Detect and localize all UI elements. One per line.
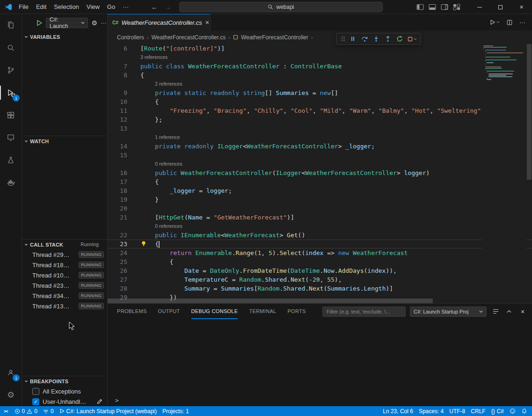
- projects-status[interactable]: Projects: 1: [160, 406, 192, 416]
- checkbox-unchecked[interactable]: [32, 388, 39, 395]
- call-stack-thread[interactable]: Thread #18…RUNNING: [22, 260, 107, 270]
- code-editor[interactable]: 6[Route("[controller]")]3 references7pub…: [108, 44, 532, 303]
- vertical-scrollbar-thumb[interactable]: [527, 44, 532, 180]
- step-over-button[interactable]: [360, 34, 369, 44]
- toggle-secondary-sidebar-icon[interactable]: [441, 4, 448, 10]
- call-stack-thread[interactable]: Thread #10…RUNNING: [22, 270, 107, 280]
- call-stack-thread[interactable]: Thread #34…RUNNING: [22, 291, 107, 301]
- launch-configuration-dropdown[interactable]: C#: Launch: [46, 18, 88, 28]
- code-line-6[interactable]: 6[Route("[controller]")]: [108, 44, 532, 53]
- edit-pencil-icon[interactable]: [97, 399, 102, 404]
- console-filter-input[interactable]: [322, 307, 406, 317]
- code-line-12[interactable]: 12 };: [108, 115, 532, 124]
- command-center-search[interactable]: webapi: [179, 2, 383, 12]
- code-line-13[interactable]: 13: [108, 124, 532, 133]
- notifications-bell-icon[interactable]: [518, 406, 530, 416]
- breadcrumb-class[interactable]: WeatherForecastController: [241, 34, 308, 41]
- call-stack-section-header[interactable]: CALL STACK Running: [22, 239, 107, 249]
- debug-views-more-icon[interactable]: ···: [101, 20, 106, 26]
- watch-section-header[interactable]: WATCH: [22, 136, 107, 146]
- close-button[interactable]: ×: [511, 0, 532, 14]
- language-mode-status[interactable]: {} C#: [488, 406, 507, 416]
- problems-status[interactable]: 0 0: [12, 406, 40, 416]
- codelens-references[interactable]: 0 references: [108, 160, 532, 168]
- tab-weatherforecastcontroller[interactable]: C# WeatherForecastController.cs ×: [108, 14, 211, 30]
- cursor-position-status[interactable]: Ln 23, Col 6: [380, 406, 416, 416]
- configure-gear-icon[interactable]: ⚙: [91, 20, 97, 26]
- feedback-smiley-icon[interactable]: [507, 406, 518, 416]
- code-line-21[interactable]: 21 [HttpGet(Name = "GetWeatherForecast")…: [108, 213, 532, 222]
- panel-tab-debug-console[interactable]: DEBUG CONSOLE: [191, 304, 238, 319]
- breakpoint-row[interactable]: ✓User-Unhandl…: [22, 396, 107, 407]
- menu-selection[interactable]: Selection: [50, 0, 82, 14]
- code-line-26[interactable]: 26 Date = DateOnly.FromDateTime(DateTime…: [108, 266, 532, 275]
- minimap[interactable]: [482, 44, 526, 299]
- menu-file[interactable]: File: [15, 0, 32, 14]
- codelens-references[interactable]: 2 references: [108, 80, 532, 88]
- variables-section-header[interactable]: VARIABLES: [22, 32, 107, 42]
- start-debugging-button[interactable]: [36, 20, 43, 26]
- sidebar-item-run-and-debug[interactable]: 1: [0, 81, 22, 104]
- breadcrumb-folder[interactable]: Controllers: [117, 34, 144, 41]
- breakpoint-row[interactable]: All Exceptions: [22, 386, 107, 396]
- code-line-24[interactable]: 24 return Enumerable.Range(1, 5).Select(…: [108, 248, 532, 257]
- call-stack-thread[interactable]: Thread #29…RUNNING: [22, 249, 107, 260]
- stop-button[interactable]: [407, 34, 417, 44]
- toggle-panel-icon[interactable]: [429, 4, 436, 10]
- code-line-11[interactable]: 11 "Freezing", "Bracing", "Chilly", "Coo…: [108, 106, 532, 115]
- menu-go[interactable]: Go: [103, 0, 119, 14]
- sidebar-item-remote-explorer[interactable]: [0, 126, 22, 149]
- code-line-23[interactable]: 23 {: [108, 240, 532, 248]
- encoding-status[interactable]: UTF-8: [446, 406, 468, 416]
- code-line-9[interactable]: 9 private static readonly string[] Summa…: [108, 88, 532, 97]
- eol-status[interactable]: CRLF: [468, 406, 488, 416]
- editor-more-actions-icon[interactable]: ···: [519, 19, 525, 26]
- code-line-18[interactable]: 18 _logger = logger;: [108, 186, 532, 195]
- toolbar-drag-handle[interactable]: [340, 34, 345, 44]
- call-stack-thread[interactable]: Thread #13…RUNNING: [22, 301, 107, 311]
- more-menu-icon[interactable]: ···: [119, 0, 132, 14]
- step-into-button[interactable]: [372, 34, 380, 44]
- code-line-15[interactable]: 15: [108, 151, 532, 160]
- breadcrumb-file[interactable]: WeatherForecastController.cs: [152, 34, 226, 41]
- debug-session-dropdown[interactable]: C#: Launch Startup Proj: [410, 307, 487, 317]
- back-icon[interactable]: ←: [151, 3, 158, 11]
- sidebar-item-docker[interactable]: [0, 171, 22, 194]
- remote-indicator[interactable]: ><: [0, 406, 12, 416]
- code-line-22[interactable]: 22 public IEnumerable<WeatherForecast> G…: [108, 231, 532, 240]
- code-line-28[interactable]: 28 Summary = Summaries[Random.Shared.Nex…: [108, 284, 532, 293]
- code-line-27[interactable]: 27 TemperatureC = Random.Shared.Next(-20…: [108, 275, 532, 284]
- menu-view[interactable]: View: [83, 0, 103, 14]
- ports-status[interactable]: 0: [40, 406, 57, 416]
- code-line-17[interactable]: 17 {: [108, 177, 532, 186]
- customize-layout-icon[interactable]: [453, 4, 460, 10]
- debug-target-status[interactable]: C#: Launch Startup Project (webapi): [57, 406, 160, 416]
- split-editor-icon[interactable]: [506, 19, 513, 26]
- sidebar-item-search[interactable]: [0, 36, 22, 59]
- codelens-references[interactable]: 1 reference: [108, 133, 532, 142]
- minimize-button[interactable]: [469, 0, 490, 14]
- horizontal-scrollbar[interactable]: [108, 299, 480, 303]
- accounts-button[interactable]: 1: [0, 361, 22, 384]
- sidebar-item-extensions[interactable]: [0, 104, 22, 126]
- checkbox-checked[interactable]: ✓: [32, 398, 39, 405]
- debug-console-output[interactable]: [108, 319, 532, 395]
- maximize-panel-icon[interactable]: [504, 307, 514, 317]
- tab-close-icon[interactable]: ×: [205, 19, 209, 26]
- horizontal-scrollbar-thumb[interactable]: [108, 299, 433, 303]
- codelens-references[interactable]: 3 references: [108, 53, 532, 62]
- panel-tab-terminal[interactable]: TERMINAL: [249, 304, 276, 319]
- toggle-sidebar-icon[interactable]: [416, 4, 424, 10]
- code-line-7[interactable]: 7public class WeatherForecastController …: [108, 62, 532, 71]
- codelens-references[interactable]: 0 references: [108, 222, 532, 231]
- sidebar-item-testing[interactable]: [0, 149, 22, 171]
- breakpoints-section-header[interactable]: BREAKPOINTS: [22, 376, 107, 386]
- code-line-14[interactable]: 14 private readonly ILogger<WeatherForec…: [108, 142, 532, 151]
- close-panel-icon[interactable]: ×: [518, 307, 527, 317]
- menu-edit[interactable]: Edit: [32, 0, 50, 14]
- code-line-19[interactable]: 19 }: [108, 195, 532, 204]
- step-out-button[interactable]: [384, 34, 392, 44]
- lightbulb-icon[interactable]: [141, 241, 146, 247]
- sidebar-item-explorer[interactable]: [0, 14, 22, 36]
- run-code-button[interactable]: [489, 19, 500, 25]
